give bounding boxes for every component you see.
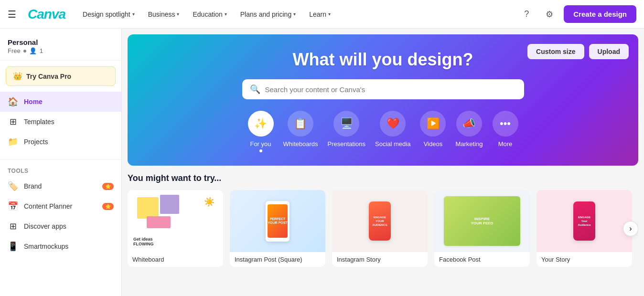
- marketing-label: Marketing: [455, 140, 483, 148]
- presentations-label: Presentations: [327, 140, 365, 148]
- card-your-story-thumbnail: ENGAGE Your Audience: [537, 190, 632, 252]
- sidebar-item-home[interactable]: 🏠 Home: [0, 92, 121, 112]
- sidebar-item-projects[interactable]: 📁 Projects: [0, 132, 121, 152]
- active-dot: [259, 149, 262, 152]
- category-more[interactable]: ••• More: [493, 111, 518, 152]
- category-social-media[interactable]: ❤️ Social media: [375, 111, 410, 152]
- sidebar: Personal Free 👤 1 👑 Try Canva Pro 🏠 Home…: [0, 29, 122, 296]
- card-your-story[interactable]: ENGAGE Your Audience Your Story: [537, 190, 632, 267]
- suggestions-section: You might want to try... Get ideasFLOWIN…: [122, 166, 644, 273]
- content-planner-icon: 📅: [8, 201, 18, 211]
- brand-badge: ⭐: [102, 183, 114, 190]
- sidebar-item-smartmockups[interactable]: 📱 Smartmockups: [0, 236, 121, 256]
- more-icon: •••: [493, 111, 518, 137]
- card-instagram-post-label: Instagram Post (Square): [230, 252, 325, 267]
- sidebar-item-templates[interactable]: ⊞ Templates: [0, 112, 121, 132]
- category-row: ✨ For you 📋 Whiteboards 🖥️ Presentations…: [147, 111, 619, 152]
- top-navigation: ☰ Canva Design spotlight ▾ Business ▾ Ed…: [0, 0, 644, 29]
- suggestions-title: You might want to try...: [128, 173, 638, 183]
- create-design-button[interactable]: Create a design: [564, 5, 636, 23]
- suggestions-cards: Get ideasFLOWING ☀️ Whiteboard PERFECTYO…: [128, 190, 638, 267]
- content-planner-badge: ⭐: [102, 203, 114, 210]
- person-icon: 👤: [29, 47, 37, 54]
- sidebar-item-brand[interactable]: 🏷️ Brand ⭐: [0, 176, 121, 196]
- chevron-down-icon: ▾: [293, 11, 296, 17]
- videos-icon: ▶️: [420, 111, 446, 137]
- card-instagram-story-label: Instagram Story: [332, 252, 428, 267]
- user-plan: Free 👤 1: [8, 47, 114, 54]
- hero-banner: Custom size Upload What will you design?…: [128, 34, 638, 166]
- card-facebook-post[interactable]: INSPIREYOUR FEED Facebook Post: [434, 190, 530, 267]
- sidebar-divider: [0, 159, 121, 160]
- card-facebook-post-thumbnail: INSPIREYOUR FEED: [434, 190, 530, 252]
- presentations-icon: 🖥️: [333, 111, 359, 137]
- cards-scroll-right-button[interactable]: ›: [623, 221, 638, 236]
- discover-apps-icon: ⊞: [8, 221, 18, 232]
- sidebar-nav: 🏠 Home ⊞ Templates 📁 Projects: [0, 88, 121, 156]
- nav-links: Design spotlight ▾ Business ▾ Education …: [77, 7, 506, 22]
- category-marketing[interactable]: 📣 Marketing: [455, 111, 483, 152]
- templates-icon: ⊞: [8, 116, 18, 127]
- chevron-down-icon: ▾: [328, 11, 331, 17]
- brand-icon: 🏷️: [8, 181, 18, 191]
- card-instagram-story[interactable]: ENGAGE YOUR AUDIENCE Instagram Story: [332, 190, 428, 267]
- hero-search-bar: 🔍: [242, 79, 524, 99]
- nav-right-actions: ? ⚙ Create a design: [518, 5, 636, 23]
- separator-dot: [23, 50, 26, 53]
- category-presentations[interactable]: 🖥️ Presentations: [327, 111, 365, 152]
- main-content: Custom size Upload What will you design?…: [122, 29, 644, 296]
- custom-size-button[interactable]: Custom size: [527, 44, 584, 59]
- social-media-label: Social media: [375, 140, 410, 148]
- card-whiteboard-thumbnail: Get ideasFLOWING ☀️: [128, 190, 223, 252]
- card-whiteboard-label: Whiteboard: [128, 252, 223, 267]
- category-for-you[interactable]: ✨ For you: [248, 111, 274, 152]
- user-name: Personal: [8, 38, 114, 46]
- help-button[interactable]: ?: [518, 6, 535, 23]
- hamburger-menu[interactable]: ☰: [8, 9, 16, 20]
- category-whiteboards[interactable]: 📋 Whiteboards: [283, 111, 318, 152]
- whiteboards-icon: 📋: [288, 111, 313, 137]
- projects-icon: 📁: [8, 137, 18, 147]
- videos-label: Videos: [424, 140, 443, 148]
- card-facebook-post-label: Facebook Post: [434, 252, 530, 267]
- category-videos[interactable]: ▶️ Videos: [420, 111, 446, 152]
- tools-section-label: Tools: [0, 164, 121, 176]
- social-media-icon: ❤️: [380, 111, 406, 137]
- card-instagram-post-thumbnail: PERFECTYOUR POST: [230, 190, 325, 252]
- card-instagram-post[interactable]: PERFECTYOUR POST Instagram Post (Square): [230, 190, 325, 267]
- card-your-story-label: Your Story: [537, 252, 632, 267]
- card-instagram-story-thumbnail: ENGAGE YOUR AUDIENCE: [332, 190, 428, 252]
- sidebar-item-content-planner[interactable]: 📅 Content Planner ⭐: [0, 196, 121, 216]
- upload-button[interactable]: Upload: [589, 44, 629, 59]
- sidebar-user-section: Personal Free 👤 1: [0, 34, 121, 61]
- chevron-down-icon: ▾: [225, 11, 227, 17]
- sidebar-item-discover-apps[interactable]: ⊞ Discover apps: [0, 216, 121, 236]
- search-icon: 🔍: [250, 84, 260, 95]
- search-input[interactable]: [265, 85, 516, 94]
- try-canva-pro-button[interactable]: 👑 Try Canva Pro: [6, 66, 116, 86]
- hero-top-actions: Custom size Upload: [527, 44, 629, 59]
- chevron-down-icon: ▾: [177, 11, 179, 17]
- home-icon: 🏠: [8, 96, 18, 107]
- nav-business[interactable]: Business ▾: [142, 7, 185, 22]
- marketing-icon: 📣: [456, 111, 482, 137]
- nav-plans-pricing[interactable]: Plans and pricing ▾: [235, 7, 301, 22]
- for-you-icon: ✨: [248, 111, 274, 137]
- settings-button[interactable]: ⚙: [541, 6, 558, 23]
- more-label: More: [498, 140, 513, 148]
- nav-design-spotlight[interactable]: Design spotlight ▾: [77, 7, 140, 22]
- for-you-label: For you: [250, 140, 271, 148]
- nav-education[interactable]: Education ▾: [187, 7, 232, 22]
- whiteboards-label: Whiteboards: [283, 140, 318, 148]
- canva-logo[interactable]: Canva: [28, 7, 65, 22]
- smartmockups-icon: 📱: [8, 241, 18, 252]
- chevron-down-icon: ▾: [132, 11, 135, 17]
- card-whiteboard[interactable]: Get ideasFLOWING ☀️ Whiteboard: [128, 190, 223, 267]
- nav-learn[interactable]: Learn ▾: [303, 7, 336, 22]
- crown-icon: 👑: [13, 72, 22, 81]
